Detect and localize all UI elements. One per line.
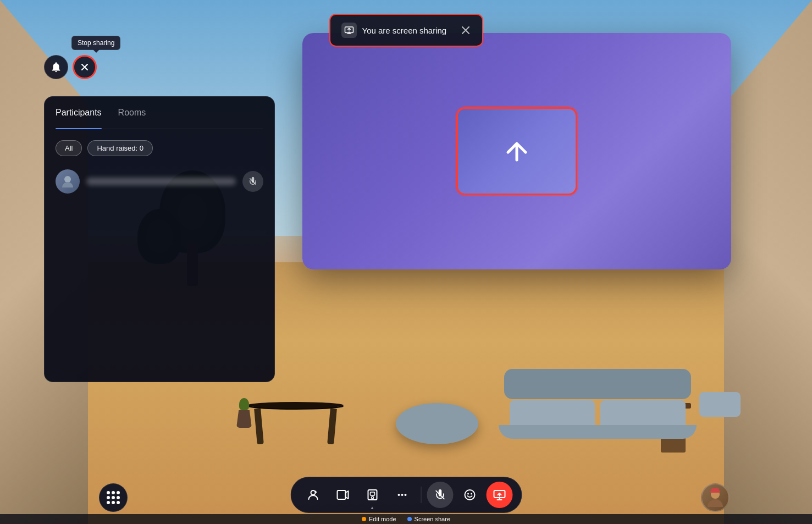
mute-participant-button[interactable] [242,171,263,192]
notification-close-button[interactable] [460,25,471,36]
filter-buttons: All Hand raised: 0 [56,140,263,156]
grid-dots-icon [107,491,120,504]
grid-menu-button[interactable] [99,483,128,512]
edit-mode-dot [362,517,366,521]
avatar-button[interactable] [300,482,326,508]
avatar-figure [59,173,76,190]
stool-right [699,392,741,417]
screen-sharing-text: You are screen sharing [362,26,447,35]
grid-dot [117,491,120,494]
filter-hand-raised-label: Hand raised: 0 [97,144,143,152]
grid-dot [112,496,115,499]
grid-dot [107,496,110,499]
svg-point-12 [465,490,474,500]
record-chevron-icon: ▲ [370,505,374,510]
svg-point-3 [311,490,315,495]
filter-all-button[interactable]: All [56,140,82,156]
notifications-button[interactable] [44,55,68,79]
sofa-back [504,369,691,399]
svg-point-7 [371,497,373,499]
ottoman [396,403,478,444]
coffee-table-top [247,402,344,409]
virtual-display-screen [302,33,731,269]
toolbar-divider [421,487,421,503]
filter-all-label: All [65,144,73,152]
grid-dot [117,501,120,504]
svg-rect-4 [337,490,345,499]
grid-dot [112,491,115,494]
plant [236,398,252,428]
coffee-table [247,402,344,444]
top-toolbar [44,55,97,79]
participants-panel: Participants Rooms All Hand raised: 0 [44,96,275,382]
screen-share-button[interactable] [486,482,512,508]
grid-dot [107,501,110,504]
edit-mode-badge: Edit mode [362,516,396,522]
notif-screen-icon [341,23,357,38]
screen-share-dot [407,517,412,521]
screen-sharing-notification: You are screen sharing [329,14,483,47]
sofa [493,369,702,439]
tab-rooms-label: Rooms [118,108,146,117]
grid-dot [112,501,115,504]
svg-point-8 [397,494,400,496]
bottom-toolbar: ▲ [290,477,522,513]
grid-dot [107,491,110,494]
panel-tabs: Participants Rooms [56,108,263,129]
svg-point-14 [471,493,472,495]
user-avatar-figure [705,487,726,508]
table-leg-left [254,409,264,445]
screen-share-label: Screen share [415,516,450,522]
filter-hand-raised-button[interactable]: Hand raised: 0 [87,140,153,156]
record-button[interactable]: ▲ [359,482,385,508]
tooltip-text: Stop sharing [78,39,114,47]
plant-pot [236,410,252,428]
tab-participants[interactable]: Participants [56,108,102,122]
screen-share-preview [456,107,577,195]
screen-share-badge: Screen share [407,516,450,522]
svg-point-13 [467,493,469,495]
stop-sharing-tooltip: Stop sharing [71,36,120,50]
edit-mode-label: Edit mode [369,516,396,522]
table-leg-right [327,409,337,445]
participant-row [56,165,263,198]
svg-rect-18 [711,488,719,492]
plant-leaves [239,398,249,410]
mute-button[interactable] [427,482,453,508]
status-bar: Edit mode Screen share [0,514,812,524]
upload-arrow-icon [499,134,534,169]
participant-name [86,178,236,185]
tab-participants-label: Participants [56,108,102,117]
emoji-reaction-button[interactable] [456,482,483,508]
scene-background: Stop sharing You are screen sharing [0,0,812,524]
svg-point-1 [64,176,71,183]
sofa-cushion-right [600,400,686,425]
sofa-cushion-left [510,400,595,425]
svg-point-10 [404,494,406,496]
stop-sharing-button[interactable] [73,55,97,79]
tab-rooms[interactable]: Rooms [118,108,146,122]
participant-avatar [56,169,80,194]
sofa-cushions [493,400,702,425]
sofa-base [499,425,697,439]
svg-rect-6 [370,492,374,495]
more-options-button[interactable] [389,482,415,508]
user-avatar-button[interactable] [701,483,730,512]
video-button[interactable] [329,482,356,508]
svg-point-9 [401,494,403,496]
grid-dot [117,496,120,499]
